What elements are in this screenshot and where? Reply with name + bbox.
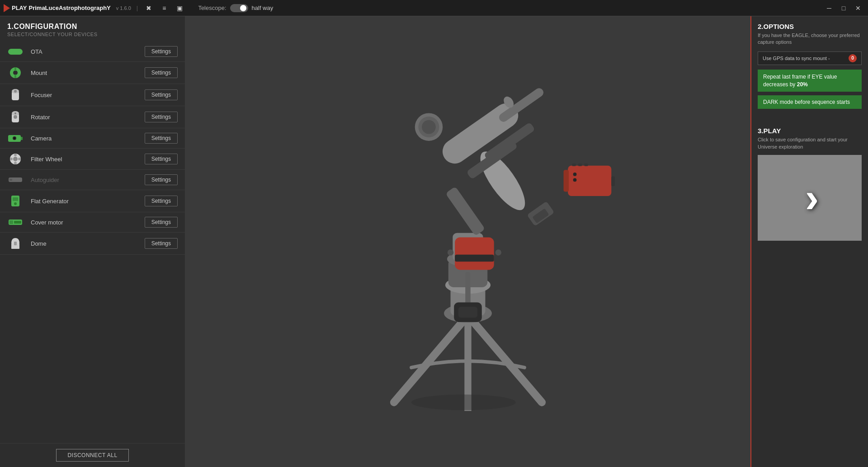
config-title: 1.CONFIGURATION [7,23,178,31]
device-name-covermotor: Cover motor [31,219,137,226]
device-name-autoguider: Autoguider [31,177,137,183]
menu-icon[interactable]: ≡ [160,4,169,13]
settings-button-dome[interactable]: Settings [145,238,178,249]
device-row-autoguider: Autoguider Settings [0,170,185,190]
svg-point-14 [14,137,15,139]
device-name-mount: Mount [31,70,137,76]
svg-rect-50 [585,163,588,166]
svg-rect-46 [564,170,569,191]
play-label: PLAY [12,5,27,11]
device-row-focuser: Focuser Settings [0,84,185,106]
device-row-rotator: Rotator Settings [0,106,185,128]
ota-icon [7,49,24,55]
svg-rect-59 [458,307,477,318]
svg-point-16 [13,157,18,161]
play-section: 3.PLAY Click to save configuration and s… [758,127,862,241]
svg-point-10 [14,112,16,114]
settings-button-focuser[interactable]: Settings [145,89,178,100]
device-row-filterwheel: Filter Wheel Settings [0,149,185,170]
svg-rect-28 [14,221,21,224]
telescope-status: half way [252,5,274,11]
settings-button-rotator[interactable]: Settings [145,112,178,122]
filterwheel-icon [7,153,24,165]
focuser-icon [7,89,24,101]
window-controls: ─ □ ✕ [823,4,864,13]
settings-button-autoguider[interactable]: Settings [145,174,178,185]
mount-icon [7,66,24,79]
settings-button-ota[interactable]: Settings [145,46,178,57]
device-row-dome: Dome Settings [0,233,185,255]
svg-line-32 [468,315,542,402]
config-subtitle: SELECT/CONNECT YOUR DEVICES [7,32,178,37]
svg-point-17 [14,154,17,156]
device-row-ota: OTA Settings [0,42,185,62]
svg-rect-12 [21,137,23,140]
svg-point-56 [495,249,501,255]
svg-rect-47 [611,177,615,186]
repeat-frame-button[interactable]: Repeat last frame if EYE value decreases… [758,70,862,92]
device-row-mount: Mount Settings [0,62,185,84]
telescope-section: Telescope: half way [198,4,273,12]
minimize-button[interactable]: ─ [823,4,835,13]
gps-option-row[interactable]: Use GPS data to sync mount - 0 [758,51,862,65]
play-logo-icon [4,4,10,12]
svg-line-31 [394,315,468,402]
play-desc: Click to save configuration and start yo… [758,136,862,150]
play-chevron-icon-2: › [805,177,819,218]
telescope-illustration [310,72,626,411]
svg-point-20 [10,158,13,160]
device-name-filterwheel: Filter Wheel [31,156,137,163]
svg-point-52 [573,178,577,182]
settings-button-flatgen[interactable]: Settings [145,196,178,206]
settings-button-covermotor[interactable]: Settings [145,217,178,228]
svg-rect-49 [578,163,582,166]
svg-point-6 [14,90,17,93]
device-name-rotator: Rotator [31,114,137,121]
telescope-toggle[interactable] [230,4,248,12]
app-name: PrimaLuceAstrophotographY [28,5,110,11]
dark-mode-button[interactable]: DARK mode before sequence starts [758,95,862,109]
app-logo: PLAY PrimaLuceAstrophotographY [4,4,111,12]
close-button[interactable]: ✕ [852,4,864,13]
svg-point-67 [411,394,516,410]
settings-button-mount[interactable]: Settings [145,67,178,78]
maximize-button[interactable]: □ [837,4,850,13]
device-name-camera: Camera [31,135,137,142]
camera-icon [7,134,24,143]
svg-point-55 [448,249,453,255]
svg-rect-40 [445,187,485,236]
disconnect-all-button[interactable]: DISCONNECT ALL [56,449,128,462]
options-section: 2.OPTIONS If you have the EAGLE, choose … [758,23,862,112]
svg-rect-54 [455,255,494,262]
svg-point-18 [18,158,21,160]
repeat-frame-bold: 20% [797,81,808,88]
device-list: OTA Settings Mount Settings [0,40,185,443]
settings-button-filterwheel[interactable]: Settings [145,154,178,164]
device-name-flatgen: Flat Generator [31,198,137,205]
svg-point-9 [14,115,17,119]
capture-icon[interactable]: ▣ [174,4,185,13]
cursor-icon[interactable]: ✖ [143,4,154,13]
svg-rect-22 [9,179,12,181]
right-panel: 2.OPTIONS If you have the EAGLE, choose … [750,16,868,467]
svg-rect-30 [14,242,17,245]
gps-badge: 0 [849,54,857,62]
center-panel [185,16,750,467]
svg-rect-3 [14,75,16,78]
separator: | [137,5,138,11]
telescope-label: Telescope: [198,5,226,11]
play-title: 3.PLAY [758,127,862,135]
app-version: v 1.6.0 [116,5,131,11]
play-button[interactable]: › › [758,155,862,241]
device-row-covermotor: Cover motor Settings [0,212,185,233]
svg-rect-24 [13,197,18,201]
settings-button-camera[interactable]: Settings [145,133,178,144]
svg-point-1 [13,70,18,75]
device-name-focuser: Focuser [31,92,137,98]
disconnect-bar: DISCONNECT ALL [0,443,185,467]
toggle-knob [240,5,246,11]
device-row-flatgen: Flat Generator Settings [0,190,185,212]
main-layout: 1.CONFIGURATION SELECT/CONNECT YOUR DEVI… [0,16,868,467]
flatgen-icon [7,195,24,207]
left-panel: 1.CONFIGURATION SELECT/CONNECT YOUR DEVI… [0,16,185,467]
